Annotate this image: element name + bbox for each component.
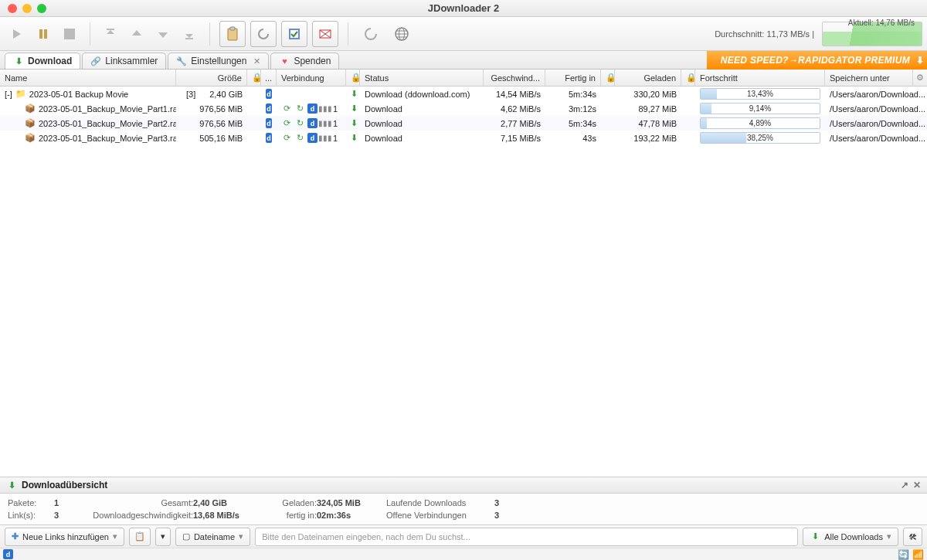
retry-icon[interactable]: ↻	[294, 133, 305, 144]
update-button[interactable]	[358, 21, 384, 47]
promo-banner[interactable]: NEED SPEED?→RAPIDGATOR PREMIUM	[707, 51, 927, 70]
download-icon: ⬇	[810, 531, 820, 542]
chain-icon: 🔗	[90, 56, 101, 66]
table-row[interactable]: 📦 2023-05-01_Backup_Movie_Part3.rar505,1…	[0, 131, 927, 145]
running-value: 3	[494, 498, 518, 507]
collapse-icon[interactable]: [-]	[5, 90, 12, 99]
refresh-icon[interactable]: ⟳	[281, 133, 292, 144]
detach-icon[interactable]: ↗	[901, 480, 908, 490]
col-speed[interactable]: Geschwind...	[484, 70, 545, 86]
add-links-label: Neue Links hinzufügen	[22, 532, 109, 541]
package-path: /Users/aaron/Download...	[825, 90, 927, 99]
download-icon: ⬇	[13, 56, 24, 66]
archive-icon: 📦	[25, 104, 36, 114]
move-up-button[interactable]	[126, 23, 148, 45]
tab-settings[interactable]: 🔧 Einstellungen ✕	[168, 53, 269, 69]
file-icon: ▢	[182, 531, 190, 541]
col-path[interactable]: Speichern unter	[825, 70, 913, 86]
hoster-badge[interactable]: d	[3, 549, 13, 559]
tab-label: Einstellungen	[191, 56, 246, 66]
stop-button[interactable]	[59, 23, 80, 45]
table-row-package[interactable]: [-] 📁 2023-05-01 Backup Movie [3]2,40 Gi…	[0, 87, 927, 101]
svg-rect-2	[64, 29, 75, 39]
globe-button[interactable]	[389, 21, 415, 47]
file-loaded: 89,27 MiB	[615, 104, 681, 114]
move-bottom-button[interactable]	[178, 23, 200, 45]
add-links-button[interactable]: ✚Neue Links hinzufügen▾	[5, 528, 124, 546]
tab-label: Linksammler	[105, 56, 158, 66]
col-extra[interactable]: ...	[261, 70, 277, 86]
archive-icon: 📦	[25, 118, 36, 129]
progress-bar: 9,14%	[700, 103, 820, 114]
col-lock3-icon[interactable]: 🔒	[601, 70, 615, 86]
retry-icon[interactable]: ↻	[294, 118, 305, 129]
col-verbindung[interactable]: Verbindung	[277, 70, 346, 86]
file-speed: 7,15 MiB/s	[484, 134, 545, 143]
tab-donate[interactable]: ♥ Spenden	[270, 53, 339, 69]
col-eta[interactable]: Fertig in	[545, 70, 601, 86]
reconnect-status-icon[interactable]: 🔄	[898, 549, 909, 560]
progress-bar: 13,43%	[700, 88, 820, 100]
table-header: Name Größe 🔒 ... Verbindung 🔒 Status Ges…	[0, 70, 927, 87]
premium-toggle-button[interactable]	[312, 21, 338, 47]
move-down-button[interactable]	[152, 23, 174, 45]
package-size: 2,40 GiB	[209, 90, 243, 99]
reconnect-button[interactable]	[250, 21, 277, 47]
col-lock-icon[interactable]: 🔒	[247, 70, 261, 86]
tab-download[interactable]: ⬇ Download	[5, 53, 80, 69]
col-progress[interactable]: Fortschritt	[695, 70, 825, 86]
cur-speed-label: Aktuell:	[848, 19, 874, 27]
file-path: /Users/aaron/Download...	[825, 134, 927, 143]
network-status-icon[interactable]: 📶	[912, 549, 924, 560]
columns-config-icon[interactable]: ⚙	[913, 70, 927, 86]
close-panel-icon[interactable]: ✕	[913, 480, 921, 490]
all-downloads-button[interactable]: ⬇Alle Downloads▾	[803, 528, 898, 546]
download-arrow-icon: ⬇	[351, 104, 358, 114]
col-name[interactable]: Name	[0, 70, 176, 86]
download-table[interactable]: [-] 📁 2023-05-01 Backup Movie [3]2,40 Gi…	[0, 87, 927, 477]
play-button[interactable]	[6, 23, 28, 45]
chunks-icon: ▮▮▮	[320, 118, 331, 129]
table-row[interactable]: 📦 2023-05-01_Backup_Movie_Part2.rar976,5…	[0, 116, 927, 131]
retry-icon[interactable]: ↻	[294, 104, 305, 114]
col-lock4-icon[interactable]: 🔒	[681, 70, 695, 86]
links-label: Link(s):	[8, 511, 54, 520]
settings-small-button[interactable]: 🛠	[903, 528, 922, 546]
hoster-icon: d	[266, 104, 272, 114]
pakete-value: 1	[54, 498, 77, 507]
dropdown-toggle[interactable]: ▾	[155, 528, 171, 546]
tab-label: Download	[28, 56, 72, 66]
svg-rect-1	[44, 29, 47, 39]
col-lock2-icon[interactable]: 🔒	[346, 70, 360, 86]
hoster-icon: d	[266, 133, 272, 143]
file-name: 2023-05-01_Backup_Movie_Part3.rar	[39, 134, 176, 143]
openconn-value: 3	[494, 511, 518, 520]
clipboard-button[interactable]: 📋	[129, 528, 151, 546]
tab-linkgrabber[interactable]: 🔗 Linksammler	[82, 53, 166, 69]
status-strip: d 🔄 📶	[0, 548, 927, 560]
all-downloads-label: Alle Downloads	[824, 532, 883, 541]
hoster-icon: d	[307, 118, 317, 128]
search-input[interactable]: Bitte den Dateinamen eingeben, nach dem …	[255, 528, 798, 546]
file-eta: 5m:34s	[545, 119, 601, 128]
window-title: JDownloader 2	[0, 2, 927, 14]
col-loaded[interactable]: Geladen	[615, 70, 681, 86]
pause-button[interactable]	[32, 23, 54, 45]
col-status[interactable]: Status	[360, 70, 484, 86]
col-size[interactable]: Größe	[176, 70, 247, 86]
table-row[interactable]: 📦 2023-05-01_Backup_Movie_Part1.rar976,5…	[0, 101, 927, 116]
cur-speed-value: 14,76 MB/s	[875, 19, 915, 27]
package-loaded: 330,20 MiB	[615, 90, 681, 99]
move-top-button[interactable]	[100, 23, 121, 45]
close-tab-icon[interactable]: ✕	[253, 56, 260, 66]
filename-filter-button[interactable]: ▢Dateiname▾	[175, 528, 250, 546]
dateiname-label: Dateiname	[194, 532, 235, 541]
overview-header: ⬇ Downloadübersicht ↗ ✕	[0, 477, 927, 494]
package-speed: 14,54 MiB/s	[484, 90, 545, 99]
bottom-toolbar: ✚Neue Links hinzufügen▾ 📋 ▾ ▢Dateiname▾ …	[0, 524, 927, 548]
clipboard-monitor-button[interactable]	[219, 21, 246, 47]
auto-reconnect-button[interactable]	[281, 21, 307, 47]
refresh-icon[interactable]: ⟳	[281, 104, 292, 114]
refresh-icon[interactable]: ⟳	[281, 118, 292, 129]
hoster-icon: d	[307, 133, 317, 143]
